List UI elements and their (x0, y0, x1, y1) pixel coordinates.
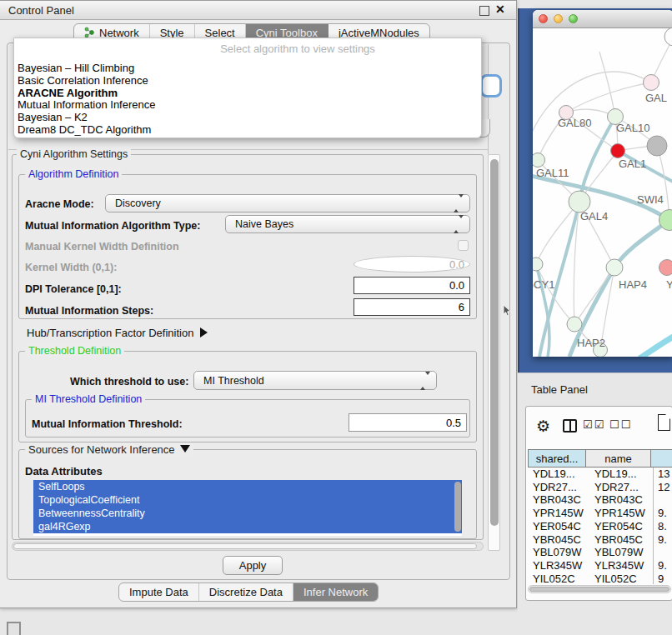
table-cell: YDR27... (533, 481, 577, 493)
settings-hscrollbar-thumb[interactable] (13, 543, 477, 549)
data-attribute-item[interactable]: SelfLoops (33, 480, 462, 493)
network-node[interactable] (567, 317, 582, 332)
data-attribute-item[interactable]: gal4RGexp (33, 520, 462, 533)
data-attribute-item[interactable]: BetweennessCentrality (33, 507, 462, 520)
algorithm-option[interactable]: Bayesian – K2 (14, 112, 481, 124)
settings-vscrollbar-thumb[interactable] (490, 159, 499, 526)
table-row[interactable]: YPR145WYPR145W9. (528, 507, 672, 520)
inner-panel-edge (488, 44, 489, 154)
network-window-titlebar[interactable] (533, 10, 672, 28)
table-hscrollbar-thumb[interactable] (529, 587, 669, 592)
table-row[interactable]: YER054CYER054C8. (528, 520, 672, 533)
tab-impute-data[interactable]: Impute Data (119, 583, 199, 601)
algorithm-option[interactable]: Dream8 DC_TDC Algorithm (14, 124, 481, 137)
sources-group-title[interactable]: Sources for Network Inference (25, 443, 193, 456)
combo-arrows-icon (454, 198, 464, 209)
apply-button[interactable]: Apply (223, 556, 283, 575)
algorithm-option[interactable]: Basic Correlation Inference (14, 75, 481, 88)
columns-icon[interactable] (563, 419, 577, 432)
settings-vscrollbar[interactable] (488, 154, 500, 551)
table-row[interactable]: YDR27...YDR27...12 (528, 481, 672, 494)
algorithm-option[interactable]: ARACNE Algorithm (14, 88, 481, 100)
aracne-mode-value: Discovery (115, 198, 161, 209)
which-threshold-value: MI Threshold (203, 375, 264, 387)
table-cell: 9 (658, 572, 664, 585)
table-header-row: shared... name (528, 449, 672, 468)
table-cell: YIL052C (533, 572, 575, 585)
mi-type-label: Mutual Information Algorithm Type: (25, 220, 200, 232)
algorithm-option[interactable]: Mutual Information Inference (14, 99, 481, 112)
settings-hscrollbar[interactable] (12, 542, 484, 551)
deselect-all-checkboxes-icon[interactable]: ☐☐ (609, 418, 632, 431)
network-node-label: GAL10 (616, 122, 649, 134)
tab-discretize-data[interactable]: Discretize Data (199, 583, 293, 601)
attributes-list-scrollbar[interactable] (454, 482, 461, 532)
table-cell: 8. (658, 520, 667, 532)
network-node-label: GAL4 (580, 210, 608, 222)
algorithm-option[interactable]: Bayesian – Hill Climbing (14, 62, 481, 75)
network-node[interactable] (659, 260, 672, 276)
table-row[interactable]: YDL19...YDL19...13 (528, 468, 672, 481)
table-row[interactable]: YIL052CYIL052C9 (528, 572, 672, 586)
gear-icon[interactable]: ⚙ (536, 417, 550, 435)
control-panel-window: Control Panel ✕ Network Style Select Cyn… (0, 0, 517, 608)
network-node[interactable] (611, 144, 625, 158)
mi-steps-field[interactable]: 6 (354, 298, 470, 316)
table-cell: YBR045C (533, 533, 581, 546)
network-node[interactable] (644, 75, 659, 91)
dpi-tolerance-field[interactable]: 0.0 (354, 277, 470, 294)
network-node-label: GAL1 (619, 158, 646, 170)
aracne-mode-label: Aracne Mode: (25, 198, 94, 210)
network-edge[interactable] (599, 52, 615, 117)
float-icon[interactable] (479, 6, 489, 16)
mi-type-combo[interactable]: Naive Bayes (225, 215, 470, 233)
network-node[interactable] (647, 136, 667, 156)
mi-type-value: Naive Bayes (235, 218, 293, 230)
table-row[interactable]: YLR345WYLR345W9. (528, 559, 672, 572)
document-icon[interactable] (658, 414, 670, 431)
data-attribute-item[interactable]: TopologicalCoefficient (33, 493, 462, 507)
network-node[interactable] (533, 258, 543, 271)
network-edge[interactable] (639, 335, 672, 357)
network-node[interactable] (664, 28, 672, 46)
manual-kernel-checkbox[interactable] (458, 240, 469, 251)
hub-definition-expander[interactable]: Hub/Transcription Factor Definition (27, 327, 208, 339)
dpi-tolerance-value: 0.0 (449, 279, 464, 292)
table-cell: YBR045C (594, 533, 643, 546)
select-all-checkboxes-icon[interactable]: ☑☑ (583, 418, 605, 431)
column-header-partial[interactable] (651, 449, 672, 468)
table-hscrollbar[interactable] (528, 585, 671, 593)
network-node[interactable] (533, 153, 545, 168)
table-cell: YPR145W (533, 507, 584, 519)
column-header-shared-name[interactable]: shared... (528, 449, 586, 468)
column-header-name[interactable]: name (586, 449, 651, 468)
close-icon[interactable]: ✕ (495, 2, 505, 16)
aracne-mode-combo[interactable]: Discovery (105, 194, 470, 212)
network-window: GALGAL80GAL10GAL1GAL11GAL4SWI4GCY1HAP4YH… (533, 10, 672, 357)
table-row[interactable]: YBR043CYBR043C (528, 493, 672, 507)
data-attributes-list[interactable]: SelfLoopsTopologicalCoefficientBetweenne… (33, 480, 462, 536)
tab-infer-network[interactable]: Infer Network (293, 583, 378, 601)
zoom-traffic-light-icon[interactable] (569, 14, 578, 23)
mi-threshold-field[interactable]: 0.5 (349, 413, 467, 432)
mi-threshold-label: Mutual Information Threshold: (32, 418, 183, 430)
expander-arrow-icon (200, 328, 208, 338)
control-panel-titlebar[interactable]: Control Panel ✕ (0, 1, 516, 20)
close-traffic-light-icon[interactable] (539, 14, 548, 23)
tab-infer-network-label: Infer Network (303, 586, 368, 598)
manual-kernel-label: Manual Kernel Width Definition (25, 241, 179, 252)
table-panel-title: Table Panel (531, 383, 588, 396)
minimize-traffic-light-icon[interactable] (554, 14, 563, 23)
which-threshold-combo[interactable]: MI Threshold (193, 371, 437, 390)
algorithm-popup: Select algorithm to view settings Bayesi… (13, 38, 482, 138)
cyni-bottom-tabbar: Impute Data Discretize Data Infer Networ… (118, 582, 379, 602)
mouse-cursor-icon (503, 305, 513, 317)
kernel-width-field[interactable]: 0.0 (354, 256, 470, 272)
table-row[interactable]: YBL079WYBL079W (528, 546, 672, 559)
panel-corner-button[interactable] (7, 622, 21, 635)
network-edge[interactable] (657, 146, 669, 220)
network-edge[interactable] (574, 268, 614, 324)
table-row[interactable]: YBR045CYBR045C9. (528, 533, 672, 547)
network-node[interactable] (606, 259, 623, 276)
network-canvas[interactable]: GALGAL80GAL10GAL1GAL11GAL4SWI4GCY1HAP4YH… (533, 28, 672, 357)
